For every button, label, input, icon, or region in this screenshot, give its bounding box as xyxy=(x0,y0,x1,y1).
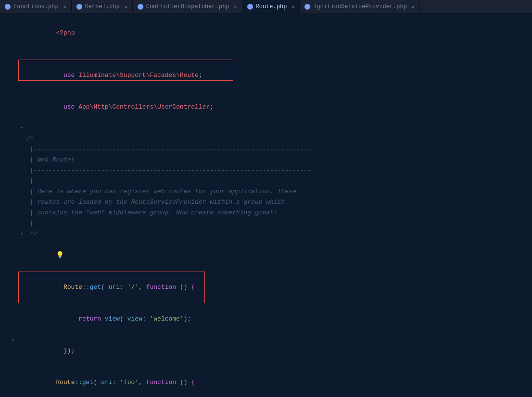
fold-5: ▾ xyxy=(18,123,25,134)
line-4: use App\Http\Controllers\UserController; xyxy=(5,91,532,123)
code-14: | xyxy=(26,218,532,229)
line-10: | xyxy=(5,176,532,186)
code-17: Route::get( uri: '/', function () { xyxy=(26,272,532,303)
route-block-wrapper: Route::get( uri: '/', function () { retu… xyxy=(5,272,532,367)
paren-1: ( xyxy=(101,284,109,291)
code-10: | xyxy=(26,176,532,186)
code-8: | Web Routes xyxy=(26,155,532,165)
indent-1 xyxy=(63,315,78,323)
code-1: <?php xyxy=(26,17,532,49)
line-1: <?php xyxy=(5,17,532,49)
method-view: view xyxy=(105,315,120,323)
space-3 xyxy=(101,315,105,323)
line-12: | routes are loaded by the RouteServiceP… xyxy=(5,197,532,208)
tab-label-route: Route.php xyxy=(256,3,287,10)
string-slash: '/' xyxy=(127,284,139,291)
punct-semi-1: ; xyxy=(199,72,203,79)
tab-close-kernel[interactable]: ✕ xyxy=(125,4,127,10)
tab-close-controllerdispatcher[interactable]: ✕ xyxy=(234,4,237,10)
tab-label-kernel: Kernel.php xyxy=(85,3,120,10)
string-welcome: 'welcome' xyxy=(150,315,184,323)
code-2 xyxy=(26,49,532,60)
space-5 xyxy=(116,379,120,386)
code-9: |---------------------------------------… xyxy=(26,165,532,176)
tab-label-functions: functions.php xyxy=(13,3,59,10)
punct-end-1: ); xyxy=(67,347,75,354)
editor: <?php use Illuminate\Support\Facades\Rou… xyxy=(0,13,532,397)
brace-close-1: } xyxy=(63,347,67,354)
space-2: () xyxy=(176,284,191,291)
line-19: ▾ }); xyxy=(5,335,532,367)
php-open-tag: <?php xyxy=(56,29,75,37)
brace-open-2: { xyxy=(191,379,195,386)
keyword-function-2: function xyxy=(146,379,176,386)
code-12: | routes are loaded by the RouteServiceP… xyxy=(26,197,532,208)
bulb-icon: 💡 xyxy=(56,251,64,259)
tab-bar: functions.php ✕ Kernel.php ✕ ControllerD… xyxy=(0,0,532,13)
brace-open-1: { xyxy=(191,284,195,291)
param-uri-1: uri: xyxy=(109,284,124,291)
keyword-return-1: return xyxy=(78,315,101,323)
fold-15: ▾ xyxy=(18,229,25,239)
tab-route[interactable]: Route.php ✕ xyxy=(242,0,300,13)
method-get-1: get xyxy=(90,284,101,291)
code-18: return view( view: 'welcome'); xyxy=(26,303,532,335)
line-16-bulb: 💡 xyxy=(5,239,532,272)
code-6: /* xyxy=(26,134,532,144)
keyword-function-1: function xyxy=(146,284,176,291)
tab-ignitionserviceprovider[interactable]: IgnitionServiceProvider.php ✕ xyxy=(300,0,419,13)
code-3: use Illuminate\Support\Facades\Route; xyxy=(26,60,532,91)
tab-label-ignitionserviceprovider: IgnitionServiceProvider.php xyxy=(313,3,406,10)
space-4 xyxy=(146,315,150,323)
line-11: | Here is where you can register web rou… xyxy=(5,186,532,197)
tab-controllerdispatcher[interactable]: ControllerDispatcher.php ✕ xyxy=(133,0,242,13)
method-get-2: get xyxy=(82,379,93,386)
tab-close-functions[interactable]: ✕ xyxy=(63,4,66,10)
line-17: Route::get( uri: '/', function () { xyxy=(5,272,532,303)
comma-2: , xyxy=(139,379,146,386)
tab-icon-controllerdispatcher xyxy=(138,4,143,10)
tab-icon-functions xyxy=(5,4,11,10)
tab-kernel[interactable]: Kernel.php ✕ xyxy=(72,0,133,13)
comma-1: , xyxy=(139,284,146,291)
paren-close-1: ); xyxy=(184,315,191,323)
op-2: :: xyxy=(75,379,82,386)
line-13: | contains the "web" middleware group. N… xyxy=(5,208,532,218)
paren-2: ( xyxy=(120,315,127,323)
line-15: ▾ */ xyxy=(5,229,532,239)
tab-close-ignitionserviceprovider[interactable]: ✕ xyxy=(412,4,415,10)
paren-3: ( xyxy=(93,379,101,386)
code-20: Route::get( uri: 'foo', function () { xyxy=(26,367,532,397)
code-19: }); xyxy=(26,335,532,367)
space-6: () xyxy=(176,379,191,386)
tab-functions[interactable]: functions.php ✕ xyxy=(0,0,72,13)
tab-icon-kernel xyxy=(76,4,82,10)
tab-icon-route xyxy=(247,4,253,10)
code-15: */ xyxy=(26,229,532,239)
line-2 xyxy=(5,49,532,60)
code-16: 💡 xyxy=(26,239,532,272)
code-4: use App\Http\Controllers\UserController; xyxy=(26,91,532,123)
namespace-illuminate: Illuminate\Support\Facades\Route xyxy=(78,72,199,79)
line-7: |---------------------------------------… xyxy=(5,144,532,155)
tab-close-route[interactable]: ✕ xyxy=(291,4,294,10)
tab-label-controllerdispatcher: ControllerDispatcher.php xyxy=(146,3,229,10)
route-class-1: Route xyxy=(63,284,82,291)
code-11: | Here is where you can register web rou… xyxy=(26,186,532,197)
line-9: |---------------------------------------… xyxy=(5,165,532,176)
param-view: view: xyxy=(127,315,146,323)
line-5: ▾ xyxy=(5,123,532,134)
gutter-19: ▾ xyxy=(5,335,14,346)
param-uri-2: uri: xyxy=(101,379,116,386)
line-18: return view( view: 'welcome'); xyxy=(5,303,532,335)
code-5 xyxy=(26,123,532,134)
line-14: | xyxy=(5,218,532,229)
keyword-use-2: use xyxy=(63,103,78,111)
punct-semi-2: ; xyxy=(210,103,214,111)
line-20: Route::get( uri: 'foo', function () { xyxy=(5,367,532,397)
string-foo: 'foo' xyxy=(120,379,139,386)
space-1 xyxy=(124,284,127,291)
use-block-wrapper: use Illuminate\Support\Facades\Route; us… xyxy=(5,60,532,123)
line-6: /* xyxy=(5,134,532,144)
code-13: | contains the "web" middleware group. N… xyxy=(26,208,532,218)
